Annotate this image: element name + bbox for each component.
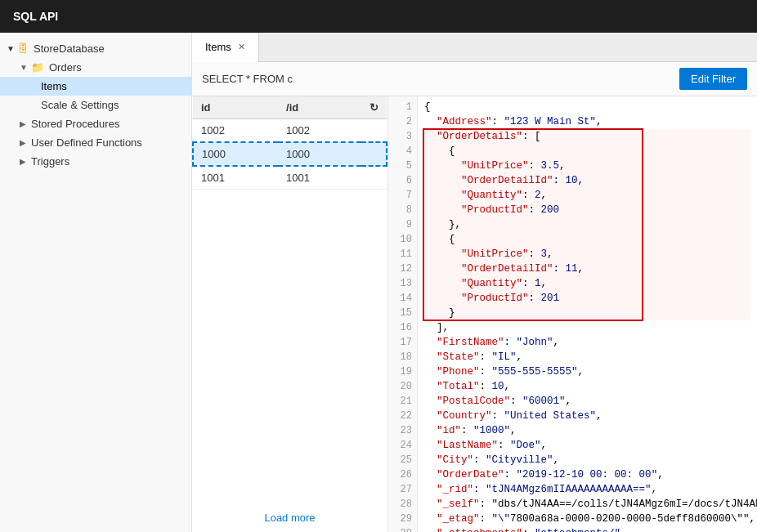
sidebar-item-scale-settings[interactable]: Scale & Settings: [0, 96, 191, 114]
tab-items[interactable]: Items ✕: [192, 33, 259, 62]
code-line: "FirstName": "John",: [424, 335, 750, 350]
line-number: 18: [388, 350, 417, 364]
line-number: 16: [388, 320, 417, 335]
json-panel[interactable]: 1234567891011121314151617181920212223242…: [388, 96, 757, 532]
load-more-container: Load more: [192, 503, 387, 532]
code-line: "_attachments": "attachments/",: [424, 526, 750, 532]
line-number: 8: [388, 203, 417, 217]
cell-slash-id: 1002: [278, 119, 361, 143]
line-number: 4: [388, 144, 417, 159]
sidebar-item-orders[interactable]: ▼ 📁 Orders: [0, 58, 191, 77]
line-number: 12: [388, 262, 417, 276]
line-number: 10: [388, 232, 417, 247]
query-text: SELECT * FROM c: [202, 73, 673, 85]
line-number: 14: [388, 291, 417, 306]
load-more-link[interactable]: Load more: [264, 512, 315, 524]
json-content: 1234567891011121314151617181920212223242…: [388, 96, 757, 532]
line-number: 29: [388, 512, 417, 526]
sidebar-db-label: StoreDatabase: [34, 42, 105, 55]
code-line: {: [424, 144, 750, 159]
sidebar-item-items[interactable]: Items: [0, 77, 191, 96]
table-scroll[interactable]: id /id ↻ 1002 1002 1000 10: [192, 96, 387, 503]
line-number: 22: [388, 409, 417, 423]
cell-empty: [361, 166, 387, 190]
line-number: 6: [388, 173, 417, 188]
line-number: 23: [388, 423, 417, 438]
code-line: }: [424, 306, 750, 320]
code-line: "OrderDetailId": 11,: [424, 262, 750, 276]
col-header-id: id: [193, 96, 278, 119]
code-line: "OrderDetails": [: [424, 129, 750, 144]
main-layout: ▼ 🗄 StoreDatabase ▼ 📁 Orders Items Scale…: [0, 33, 757, 532]
line-number: 15: [388, 306, 417, 320]
sidebar-orders-label: Orders: [49, 61, 82, 74]
code-line: {: [424, 232, 750, 247]
line-number: 11: [388, 247, 417, 262]
table-row[interactable]: 1000 1000: [193, 142, 387, 166]
code-line: "Quantity": 2,: [424, 188, 750, 203]
col-header-refresh[interactable]: ↻: [361, 96, 387, 119]
edit-filter-button[interactable]: Edit Filter: [679, 68, 747, 90]
sidebar-scale-settings-label: Scale & Settings: [41, 99, 119, 111]
code-line: "id": "1000",: [424, 423, 750, 438]
split-view: id /id ↻ 1002 1002 1000 10: [192, 96, 757, 532]
chevron-right-icon: ▶: [20, 157, 31, 166]
sidebar-item-stored-procedures[interactable]: ▶ Stored Procedures: [0, 114, 191, 133]
col-header-slash-id: /id: [278, 96, 361, 119]
sidebar-item-store-database[interactable]: ▼ 🗄 StoreDatabase: [0, 39, 191, 58]
code-line: "Country": "United States",: [424, 409, 750, 423]
line-number: 19: [388, 364, 417, 379]
chevron-right-icon: ▶: [20, 138, 31, 147]
app-container: SQL API ▼ 🗄 StoreDatabase ▼ 📁 Orders Ite…: [0, 0, 757, 532]
sidebar-item-triggers[interactable]: ▶ Triggers: [0, 152, 191, 171]
cell-id: 1000: [193, 142, 278, 166]
refresh-icon[interactable]: ↻: [370, 101, 378, 114]
chevron-down-icon: ▼: [20, 63, 31, 72]
line-numbers: 1234567891011121314151617181920212223242…: [388, 96, 418, 532]
code-line: "_self": "dbs/tJN4AA==/colls/tJN4AMgz6mI…: [424, 497, 750, 512]
code-line: "State": "IL",: [424, 350, 750, 364]
line-number: 2: [388, 114, 417, 129]
sidebar: ▼ 🗄 StoreDatabase ▼ 📁 Orders Items Scale…: [0, 33, 192, 532]
code-line: "ProductId": 200: [424, 203, 750, 217]
code-line: },: [424, 217, 750, 232]
code-line: "ProductId": 201: [424, 291, 750, 306]
line-number: 24: [388, 438, 417, 453]
cell-id: 1001: [193, 166, 278, 190]
sidebar-udf-label: User Defined Functions: [31, 136, 142, 149]
code-area: { "Address": "123 W Main St", "OrderDeta…: [418, 96, 757, 532]
code-line: "PostalCode": "60001",: [424, 394, 750, 409]
sidebar-item-user-defined-functions[interactable]: ▶ User Defined Functions: [0, 133, 191, 152]
table-row[interactable]: 1001 1001: [193, 166, 387, 190]
cell-empty: [361, 119, 387, 143]
code-line: "Address": "123 W Main St",: [424, 114, 750, 129]
app-title: SQL API: [13, 10, 58, 23]
close-icon[interactable]: ✕: [238, 42, 245, 52]
code-line: "UnitPrice": 3,: [424, 247, 750, 262]
code-line: "City": "Cityville",: [424, 453, 750, 467]
code-line: "_etag": "\"7800a68a-0000-0200-0000-5def…: [424, 512, 750, 526]
table-row[interactable]: 1002 1002: [193, 119, 387, 143]
code-line: "OrderDate": "2019-12-10 00: 00: 00",: [424, 467, 750, 482]
line-number: 28: [388, 497, 417, 512]
tab-items-label: Items: [205, 41, 231, 53]
line-number: 27: [388, 482, 417, 497]
code-line: "Quantity": 1,: [424, 276, 750, 291]
line-number: 9: [388, 217, 417, 232]
folder-icon: 📁: [31, 61, 44, 74]
line-number: 30: [388, 526, 417, 532]
line-number: 20: [388, 379, 417, 394]
line-number: 13: [388, 276, 417, 291]
cell-empty: [361, 142, 387, 166]
line-number: 26: [388, 467, 417, 482]
line-number: 17: [388, 335, 417, 350]
code-line: ],: [424, 320, 750, 335]
data-table: id /id ↻ 1002 1002 1000 10: [192, 96, 387, 190]
line-number: 21: [388, 394, 417, 409]
code-line: "_rid": "tJN4AMgz6mIIAAAAAAAAAAA==",: [424, 482, 750, 497]
query-bar: SELECT * FROM c Edit Filter: [192, 62, 757, 96]
line-number: 5: [388, 159, 417, 173]
database-icon: 🗄: [18, 42, 29, 55]
tab-bar: Items ✕: [192, 33, 757, 62]
code-line: "Total": 10,: [424, 379, 750, 394]
